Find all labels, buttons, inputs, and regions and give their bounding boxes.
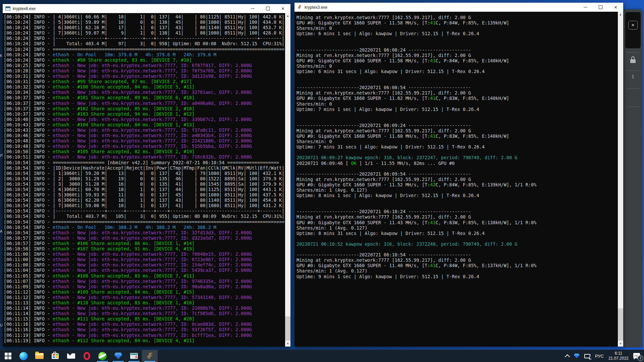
tray-chevron-up-icon[interactable] [565, 354, 570, 359]
start-button[interactable] [0, 350, 16, 362]
console-line [297, 117, 618, 123]
console-line: -----------------------20220721 06:08:54… [297, 85, 618, 90]
console-line: [06:10:54] INFO - ethash - On Pool 10m: … [4, 225, 285, 230]
console-line: [06:10:24] INFO - |------------------+--… [4, 36, 285, 41]
console-line [297, 112, 618, 117]
console-line: [06:10:43] INFO - ethash - #104 Share ac… [4, 122, 285, 127]
console-line: Shares/min: 1 (Avg. 0.127) [297, 187, 618, 193]
scrollbar-thumb[interactable] [618, 308, 623, 341]
console-line: Uptime: 9 mins 1 sec | Algo: kawpow | Dr… [297, 274, 618, 279]
console-line [297, 203, 618, 209]
envelope-icon [67, 353, 75, 359]
taskbar-item-green-orb-app[interactable] [95, 350, 110, 362]
console-line: [06:11:00] INFO - ethash - New job: eth-… [4, 251, 285, 257]
edge-icon [19, 352, 28, 360]
console-line: Mining at rvn.kryptex.network:7777 [162.… [297, 177, 618, 182]
console-line: [06:10:37] INFO - ethash - New job: eth-… [4, 101, 285, 106]
scroll-down-icon[interactable]: ▼ [285, 341, 290, 347]
console-line: 20220721 06:10:52 kawpow epoch: 316, blo… [297, 241, 618, 247]
clock-time: 6:11 [608, 351, 629, 356]
taskbar-item-kryptex[interactable] [110, 350, 126, 362]
taskbar-item-opera[interactable] [79, 350, 95, 362]
close-button[interactable]: ✕ [608, 3, 623, 12]
console-line: [06:10:31] INFO - ethash - #99 Share acc… [4, 79, 285, 84]
console-line: [06:10:54] INFO - | 4|3060ti| 60.70 M| 1… [4, 187, 285, 192]
network-ethernet-icon[interactable] [584, 354, 590, 358]
console-line: Uptime: 7 mins 31 secs | Algo: kawpow | … [297, 144, 618, 149]
close-button[interactable]: ✕ [275, 4, 290, 13]
console-line: -----------------------20220721 06:09:54… [297, 171, 618, 177]
console-line: Mining at rvn.kryptex.network:7777 [162.… [297, 53, 618, 58]
console-app-icon [5, 6, 10, 11]
store-bag-icon [52, 353, 59, 359]
divider [626, 70, 640, 71]
console-line: [06:10:34] INFO - ethash - New job: eth-… [4, 89, 285, 95]
action-center-button[interactable]: 2 [633, 353, 641, 359]
taskbar-item-trex-miner[interactable] [142, 350, 158, 362]
console-output-nbminer[interactable]: [06:10:24] INFO - | 4|3060ti| 60.66 M| 1… [3, 13, 285, 347]
scroll-up-icon[interactable]: ▲ [285, 13, 290, 19]
console-line: 20220721 06:09:27 kawpow epoch: 316, blo… [297, 155, 618, 160]
console-line: [06:11:19] INFO - ethash - #112 Share ac… [4, 338, 285, 343]
console-line: Uptime: 8 mins 31 secs | Algo: kawpow | … [297, 231, 618, 236]
unlock-icon[interactable] [630, 56, 636, 63]
scrollbar-thumb[interactable] [285, 316, 290, 341]
scroll-up-icon[interactable]: ▲ [618, 12, 623, 17]
maximize-button[interactable] [593, 3, 608, 12]
console-line: [06:10:54] INFO - =================== [n… [4, 160, 285, 165]
taskbar-item-edge[interactable] [16, 350, 32, 362]
console-line: [06:10:54] INFO - |ID|Device|Hashrate|Ac… [4, 165, 285, 171]
console-line: [06:10:24] INFO - | Total: 403.4 M| 97| … [4, 41, 285, 46]
system-tray: РУС 6:11 21.07.2022 2 [566, 350, 644, 362]
console-line: GPU #0: Gigabyte GTX 1660 SUPER - 11.52 … [297, 182, 618, 187]
console-line: Uptime: 8 mins 1 sec | Algo: kawpow | Dr… [297, 193, 618, 198]
window-kryptex3: kryptex3.exe ✕ Mining at rvn.kryptex.net… [294, 3, 623, 347]
window-title: kryptex3.exe [305, 5, 578, 10]
console-line: [06:10:24] INFO - | 4|3060ti| 60.66 M| 1… [4, 14, 285, 19]
scroll-down-icon[interactable]: ▼ [618, 341, 623, 347]
divider [626, 107, 640, 107]
titlebar-kryptex3[interactable]: kryptex3.exe ✕ [294, 3, 623, 12]
console-line: GPU #0: Gigabyte GTX 1660 SUPER - 11.58 … [297, 20, 618, 25]
clock[interactable]: 6:11 21.07.2022 [608, 351, 629, 361]
console-line: [06:10:54] INFO - | 1|3060ti| 59.20 M| 1… [4, 171, 285, 176]
console-line [297, 236, 618, 241]
folder-icon [35, 353, 44, 359]
scrollbar[interactable]: ▲ ▼ [618, 12, 623, 347]
console-line: [06:11:12] INFO - ethash - #109 Share ac… [4, 289, 285, 295]
minimize-button[interactable] [578, 3, 593, 12]
language-indicator[interactable]: РУС [595, 354, 604, 359]
console-line: [06:10:40] INFO - ethash - New job: eth-… [4, 117, 285, 122]
console-line: GPU #0: Gigabyte GTX 1660 SUPER - 11.40 … [297, 263, 618, 268]
close-icon[interactable]: ✕ [628, 21, 638, 29]
taskbar-item-file-explorer[interactable] [32, 350, 47, 362]
console-line: [06:10:54] INFO - | 2| 3060| 51.29 M| 19… [4, 176, 285, 181]
console-output-trex[interactable]: Mining at rvn.kryptex.network:7777 [162.… [294, 12, 618, 347]
console-line: [06:10:24] INFO - ethash - On Pool 10m: … [4, 52, 285, 57]
console-line: Shares/min: 0 [297, 25, 618, 31]
console-line: [06:10:37] INFO - ethash - #101 Share ac… [4, 95, 285, 100]
console-line: [06:10:57] INFO - ethash - #106 Share ac… [4, 241, 285, 246]
console-line: [06:11:15] INFO - ethash - #111 Share ac… [4, 316, 285, 321]
console-line: [06:10:50] INFO - ethash - #105 Share ac… [4, 149, 285, 154]
kryptex-tray-icon[interactable] [574, 354, 580, 358]
divider [626, 88, 640, 89]
taskbar-item-mail[interactable] [63, 350, 79, 362]
console-line: [06:10:51] INFO - ethash - New job: eth-… [4, 154, 285, 160]
console-line: [06:11:19] INFO - ethash - New job: eth-… [4, 333, 285, 338]
console-line: GPU #0: Gigabyte GTX 1660 SUPER - 11.43 … [297, 220, 618, 225]
console-line: [06:10:48] INFO - ethash - New job: eth-… [4, 143, 285, 149]
console-line: [06:10:54] INFO - |------------------+--… [4, 208, 285, 214]
maximize-button[interactable] [260, 4, 275, 13]
console-line: [06:10:25] INFO - ethash - New job: eth-… [4, 63, 285, 68]
scrollbar[interactable]: ▲ ▼ [285, 13, 290, 347]
console-line: [06:11:14] INFO - ethash - New job: eth-… [4, 311, 285, 316]
console-line: Uptime: 6 mins 1 sec | Algo: kawpow | Dr… [297, 31, 618, 36]
console-line: [06:10:43] INFO - ethash - New job: eth-… [4, 127, 285, 133]
console-line: [06:11:13] INFO - ethash - #110 Share ac… [4, 300, 285, 305]
console-line: [06:10:58] INFO - ethash - #107 Share ac… [4, 246, 285, 251]
titlebar-kryptex6[interactable]: kryptex6.exe ✕ [3, 4, 290, 13]
minimize-button[interactable] [245, 4, 260, 13]
taskbar-item-store[interactable] [47, 350, 63, 362]
taskbar-item-monitor-app[interactable] [126, 350, 142, 362]
